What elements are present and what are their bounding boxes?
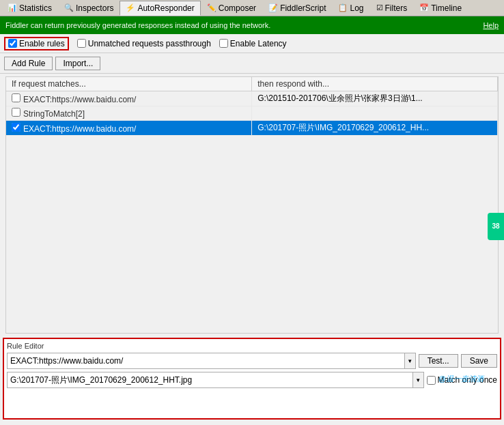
add-rule-button[interactable]: Add Rule <box>4 57 53 70</box>
rule-row-checkbox[interactable] <box>12 108 20 117</box>
enable-latency-label: Enable Latency <box>230 39 287 48</box>
tab-statistics[interactable]: 📊 Statistics <box>1 1 58 16</box>
rule-respond-dropdown-arrow[interactable]: ▼ <box>412 372 423 387</box>
help-link[interactable]: Help <box>483 21 499 29</box>
tab-log[interactable]: 📋 Log <box>332 1 369 16</box>
tab-filters-label: Filters <box>385 3 408 13</box>
statistics-icon: 📊 <box>8 3 17 12</box>
rule-respond-input-wrapper: ▼ <box>7 372 424 388</box>
tab-inspectors[interactable]: 🔍 Inspectors <box>58 1 120 16</box>
composer-icon: ✏️ <box>207 3 216 12</box>
tab-composer[interactable]: ✏️ Composer <box>201 1 262 16</box>
watermark: @温一壶清酒 <box>438 374 484 384</box>
rule-row-checkbox[interactable] <box>12 123 20 132</box>
tab-inspectors-label: Inspectors <box>76 3 113 13</box>
col-respond-header: then respond with... <box>252 77 498 91</box>
autoresponder-icon: ⚡ <box>126 3 135 12</box>
table-row[interactable]: EXACT:https://www.baidu.com/G:\201510-20… <box>6 91 498 106</box>
tab-bar: 📊 Statistics 🔍 Inspectors ⚡ AutoResponde… <box>0 0 504 16</box>
info-bar-text: Fiddler can return previously generated … <box>5 21 270 29</box>
table-row[interactable]: StringToMatch[2] <box>6 106 498 121</box>
rule-match-cell: StringToMatch[2] <box>6 106 252 121</box>
unmatched-passthrough-checkbox-label[interactable]: Unmatched requests passthrough <box>77 39 211 48</box>
tab-statistics-label: Statistics <box>19 3 52 13</box>
side-badge[interactable]: 38 <box>488 213 504 240</box>
tab-composer-label: Composer <box>219 3 256 13</box>
table-row[interactable]: EXACT:https://www.baidu.com/G:\201707-照片… <box>6 121 498 136</box>
rule-match-input-wrapper: ▼ <box>7 353 416 369</box>
rule-table-container[interactable]: If request matches... then respond with.… <box>5 76 499 334</box>
rule-table: If request matches... then respond with.… <box>6 77 498 136</box>
tab-timeline-label: Timeline <box>431 3 462 13</box>
match-once-checkbox[interactable] <box>427 376 436 385</box>
rule-respond-cell: G:\201510-201706\业余照片\张家界3日游\1... <box>252 91 498 106</box>
rule-match-cell: EXACT:https://www.baidu.com/ <box>6 121 252 136</box>
rule-editor-row-1: ▼ Test... Save <box>7 353 497 369</box>
log-icon: 📋 <box>338 3 348 12</box>
inspectors-icon: 🔍 <box>64 3 74 12</box>
rule-editor-row-2: ▼ Match only once <box>7 372 497 388</box>
options-bar: Enable rules Unmatched requests passthro… <box>0 34 504 53</box>
rule-editor: Rule Editor ▼ Test... Save ▼ Match only … <box>3 338 501 420</box>
unmatched-passthrough-checkbox[interactable] <box>77 39 86 48</box>
rule-match-cell: EXACT:https://www.baidu.com/ <box>6 91 252 106</box>
rule-match-input[interactable] <box>8 353 404 368</box>
timeline-icon: 📅 <box>419 3 429 12</box>
button-bar: Add Rule Import... <box>0 53 504 74</box>
rule-respond-input[interactable] <box>8 372 412 387</box>
rule-row-checkbox[interactable] <box>12 93 20 102</box>
unmatched-passthrough-label: Unmatched requests passthrough <box>88 39 211 48</box>
tab-log-label: Log <box>350 3 363 13</box>
enable-rules-checkbox-label[interactable]: Enable rules <box>4 37 69 50</box>
enable-rules-checkbox[interactable] <box>8 39 17 48</box>
enable-latency-checkbox[interactable] <box>219 39 228 48</box>
enable-rules-label: Enable rules <box>19 39 65 48</box>
rule-match-dropdown-arrow[interactable]: ▼ <box>404 353 415 368</box>
rule-respond-cell: G:\201707-照片\IMG_20170629_200612_HH... <box>252 121 498 136</box>
rule-respond-cell <box>252 106 498 121</box>
info-bar: Fiddler can return previously generated … <box>0 16 504 34</box>
fiddlerscript-icon: 📝 <box>268 3 278 12</box>
tab-autoresponder[interactable]: ⚡ AutoResponder <box>120 1 200 16</box>
tab-filters[interactable]: ☑ Filters <box>370 1 414 16</box>
main-area: If request matches... then respond with.… <box>0 74 504 336</box>
filters-icon: ☑ <box>376 3 383 12</box>
rule-editor-title: Rule Editor <box>7 342 497 350</box>
save-button[interactable]: Save <box>461 354 497 368</box>
col-match-header: If request matches... <box>6 77 252 91</box>
tab-timeline[interactable]: 📅 Timeline <box>413 1 468 16</box>
tab-fiddlerscript[interactable]: 📝 FiddlerScript <box>262 1 332 16</box>
enable-latency-checkbox-label[interactable]: Enable Latency <box>219 39 287 48</box>
test-button[interactable]: Test... <box>419 354 458 368</box>
tab-autoresponder-label: AutoResponder <box>137 3 194 13</box>
import-button[interactable]: Import... <box>55 57 100 70</box>
tab-fiddlerscript-label: FiddlerScript <box>280 3 326 13</box>
